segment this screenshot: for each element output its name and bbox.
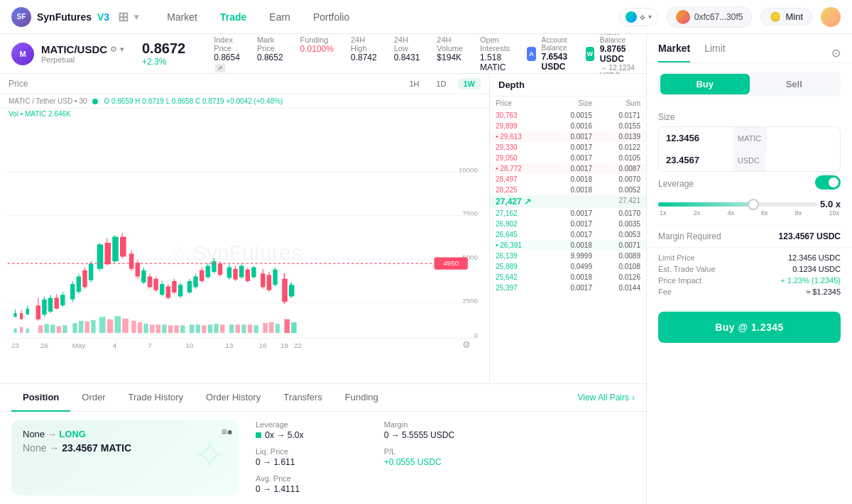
svg-rect-42 bbox=[120, 236, 126, 256]
svg-rect-109 bbox=[107, 319, 114, 333]
timeframe-1d[interactable]: 1D bbox=[430, 78, 452, 89]
leverage-label: Leverage bbox=[658, 179, 694, 189]
svg-rect-52 bbox=[153, 279, 158, 290]
depth-col-size: Size bbox=[544, 99, 592, 107]
svg-rect-62 bbox=[187, 281, 192, 292]
size-section: Size MATIC USDC bbox=[647, 105, 852, 172]
timeframe-1w[interactable]: 1W bbox=[458, 78, 481, 89]
depth-buy-row[interactable]: 26,139 9.9999 0.0089 bbox=[490, 251, 646, 261]
depth-sell-row[interactable]: • 29,613 0.0017 0.0139 bbox=[490, 131, 646, 142]
svg-rect-92 bbox=[289, 285, 295, 296]
depth-buy-row[interactable]: 26,902 0.0017 0.0035 bbox=[490, 219, 646, 229]
svg-text:7500: 7500 bbox=[462, 209, 478, 217]
depth-buy-row[interactable]: • 26,391 0.0018 0.0071 bbox=[490, 240, 646, 251]
position-card: ⟡ ≡● None → LONG None → 23.4567 MATIC bbox=[11, 420, 239, 495]
svg-text:26: 26 bbox=[40, 341, 48, 349]
nav-trade[interactable]: Trade bbox=[220, 9, 246, 26]
vol-info: Vol • MATIC 2.646K bbox=[0, 109, 489, 121]
depth-sell-row[interactable]: 28,497 0.0018 0.0070 bbox=[490, 174, 646, 185]
depth-headers: Price Size Sum bbox=[490, 97, 646, 110]
nav-earn[interactable]: Earn bbox=[269, 9, 290, 26]
depth-sell-row[interactable]: 30,763 0.0015 0.0171 bbox=[490, 110, 646, 121]
svg-rect-82 bbox=[251, 268, 256, 278]
timeframe-1h[interactable]: 1H bbox=[403, 78, 425, 89]
svg-rect-44 bbox=[129, 253, 133, 269]
svg-rect-56 bbox=[166, 286, 170, 297]
svg-rect-90 bbox=[282, 279, 288, 302]
size-usdc-input[interactable] bbox=[659, 149, 733, 171]
depth-sell-row[interactable]: 28,225 0.0018 0.0052 bbox=[490, 185, 646, 195]
leverage-slider[interactable] bbox=[658, 202, 817, 207]
svg-rect-84 bbox=[261, 273, 265, 287]
ohlc-dot bbox=[92, 99, 98, 104]
svg-rect-20 bbox=[42, 300, 46, 315]
nav-market[interactable]: Market bbox=[167, 9, 197, 26]
size-matic-input[interactable] bbox=[659, 127, 733, 149]
settings-icon: ⚙ bbox=[110, 45, 117, 54]
tab-funding[interactable]: Funding bbox=[334, 383, 390, 412]
chart-pair: MATIC / Tether USD • 30 bbox=[9, 97, 87, 105]
svg-rect-112 bbox=[131, 321, 136, 333]
svg-rect-103 bbox=[62, 325, 67, 333]
tab-order-history[interactable]: Order History bbox=[195, 383, 272, 412]
svg-rect-134 bbox=[275, 324, 280, 333]
impact-value: + 1.23% (1.2345) bbox=[780, 276, 841, 285]
chain-icon bbox=[626, 11, 637, 23]
depth-buy-row[interactable]: 25,889 0.0499 0.0108 bbox=[490, 261, 646, 272]
slider-thumb[interactable] bbox=[748, 199, 759, 210]
svg-rect-127 bbox=[229, 324, 234, 333]
chart-info: MATIC / Tether USD • 30 O 0.8659 H 0.871… bbox=[0, 94, 489, 109]
stat-volume: 24H Volume $194K bbox=[437, 35, 463, 72]
logo-text: SynFutures bbox=[37, 11, 92, 23]
nav-portfolio[interactable]: Portfolio bbox=[313, 9, 349, 26]
chain-selector[interactable]: ⟡ ▾ bbox=[619, 8, 658, 26]
chart-canvas[interactable]: 10000 7500 5000 2500 0 bbox=[0, 121, 489, 383]
pos-pl-field: P/L +0.0555 USDC bbox=[384, 447, 507, 469]
wallet-text: 0xfc67...30f5 bbox=[694, 12, 743, 22]
svg-rect-99 bbox=[38, 325, 43, 333]
tab-transfers[interactable]: Transfers bbox=[272, 383, 333, 412]
tab-position[interactable]: Position bbox=[11, 383, 70, 412]
svg-rect-64 bbox=[193, 276, 197, 287]
token-change: +2.3% bbox=[142, 57, 185, 67]
depth-sell-row[interactable]: • 28,772 0.0017 0.0087 bbox=[490, 163, 646, 174]
pos-menu-icon[interactable]: ≡● bbox=[221, 426, 233, 437]
token-price-value: 0.8672 bbox=[142, 40, 185, 57]
leverage-toggle[interactable] bbox=[815, 175, 841, 190]
tab-trade-history[interactable]: Trade History bbox=[117, 383, 195, 412]
trade-tab-market[interactable]: Market bbox=[658, 43, 690, 62]
trade-tabs: Market Limit ⊙ bbox=[647, 34, 852, 63]
view-all-pairs[interactable]: View All Pairs › bbox=[578, 393, 635, 402]
account-icon: A bbox=[527, 47, 535, 61]
tab-order[interactable]: Order bbox=[70, 383, 116, 412]
buy-button[interactable]: Buy @ 1.2345 bbox=[658, 312, 841, 343]
pos-margin-field: Margin 0 → 5.5555 USDC bbox=[384, 420, 507, 442]
svg-text:10000: 10000 bbox=[459, 166, 478, 174]
sell-tab[interactable]: Sell bbox=[750, 74, 839, 94]
depth-sell-row[interactable]: 29,330 0.0017 0.0122 bbox=[490, 142, 646, 153]
svg-text:2500: 2500 bbox=[462, 297, 478, 305]
ext-icon: ↗ bbox=[215, 64, 225, 72]
svg-text:⟡ SynFutures: ⟡ SynFutures bbox=[173, 241, 302, 264]
depth-buy-row[interactable]: 25,642 0.0018 0.0126 bbox=[490, 272, 646, 283]
wallet-address[interactable]: 0xfc67...30f5 bbox=[667, 6, 753, 28]
mint-button[interactable]: 🪙 Mint bbox=[760, 8, 812, 26]
token-header: M MATIC/USDC ⚙ ▾ Perpetual 0.8672 +2.3% … bbox=[0, 34, 646, 74]
svg-rect-12 bbox=[13, 313, 16, 317]
depth-buy-row[interactable]: 26,645 0.0017 0.0053 bbox=[490, 229, 646, 240]
buy-tab[interactable]: Buy bbox=[660, 74, 750, 94]
est-value: 0.1234 USDC bbox=[792, 265, 841, 273]
depth-sell-row[interactable]: 29,050 0.0017 0.0105 bbox=[490, 153, 646, 163]
depth-col-price: Price bbox=[496, 99, 544, 107]
trade-tab-limit[interactable]: Limit bbox=[704, 43, 726, 62]
size-usdc-currency: USDC bbox=[733, 149, 765, 171]
depth-buy-row[interactable]: 27,162 0.0017 0.0170 bbox=[490, 208, 646, 219]
trade-details: Limit Price 12.3456 USDC Est. Trade Valu… bbox=[647, 247, 852, 305]
depth-sell-row[interactable]: 29,899 0.0016 0.0155 bbox=[490, 121, 646, 131]
chart-area: Price 1H 1D 1W MATIC / Tether USD • 30 O… bbox=[0, 74, 490, 383]
fee-row: Fee ≈ $1.2345 bbox=[658, 287, 841, 296]
settings-icon[interactable]: ⊙ bbox=[831, 46, 841, 60]
logo: SF SynFutures V3 ⊞ ▾ bbox=[11, 7, 138, 27]
user-avatar[interactable] bbox=[821, 7, 841, 27]
depth-buy-row[interactable]: 25,397 0.0017 0.0144 bbox=[490, 283, 646, 293]
